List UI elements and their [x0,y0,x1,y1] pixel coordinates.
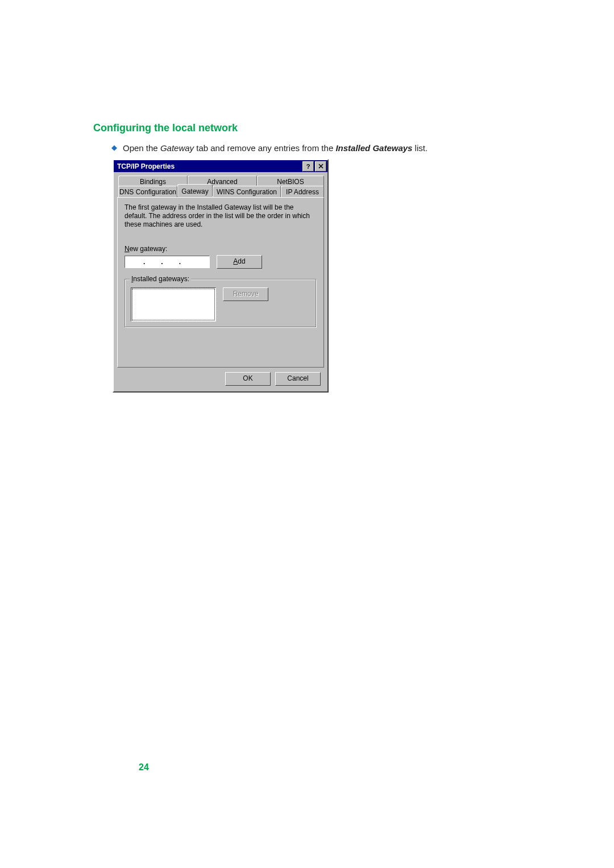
dialog-title: TCP/IP Properties [117,162,175,170]
tab-netbios[interactable]: NetBIOS [257,176,324,187]
installed-gateways-group: Installed gateways: Remove [125,279,317,328]
tab-strip: Bindings Advanced NetBIOS DNS Configurat… [117,176,324,368]
add-button[interactable]: Add [217,255,262,269]
close-button[interactable] [315,161,326,172]
tab-dns-configuration[interactable]: DNS Configuration [118,186,177,198]
tab-wins-configuration[interactable]: WINS Configuration [213,186,281,198]
instruction-text: Open the Gateway tab and remove any entr… [123,142,428,155]
installed-gateways-label: Installed gateways: [130,275,191,283]
gateway-description: The first gateway in the Installed Gatew… [125,203,317,229]
installed-gateways-list[interactable] [131,287,216,322]
instruction-bullet: ◆ Open the Gateway tab and remove any en… [111,142,428,155]
page-number: 24 [139,762,149,773]
ok-button[interactable]: OK [225,372,271,386]
remove-button[interactable]: Remove [223,287,268,301]
tcpip-properties-dialog: TCP/IP Properties ? Bindings Advanced Ne… [113,159,329,393]
dialog-titlebar: TCP/IP Properties ? [114,160,327,172]
new-gateway-label: New gateway: [125,245,317,253]
tab-ip-address[interactable]: IP Address [281,186,324,198]
section-heading: Configuring the local network [93,122,238,134]
cancel-button[interactable]: Cancel [275,372,321,386]
tab-gateway[interactable]: Gateway [177,184,213,197]
new-gateway-ip-input[interactable]: . . . [125,256,210,268]
tab-panel-gateway: The first gateway in the Installed Gatew… [117,197,324,368]
help-button[interactable]: ? [302,161,314,172]
bullet-icon: ◆ [111,142,117,153]
